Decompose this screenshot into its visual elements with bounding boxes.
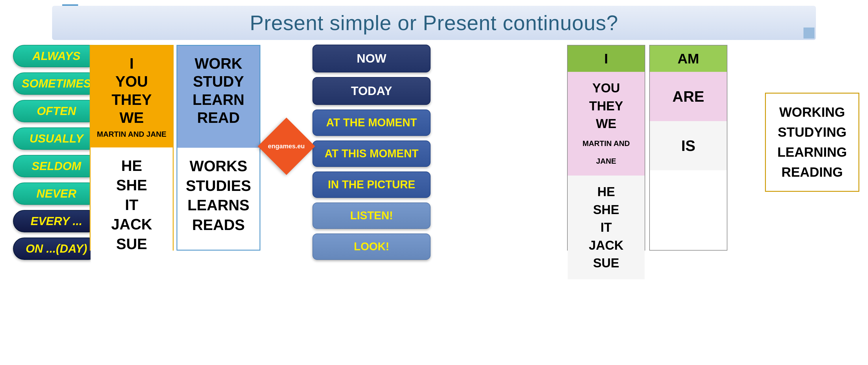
verb-forms-box: WORKINGSTUDYINGLEARNINGREADING (765, 93, 859, 192)
verb-box-bottom: WORKSSTUDIESLEARNSREADS (177, 148, 259, 250)
conj-header-i: I (568, 46, 645, 72)
btn-in-the-picture[interactable]: IN THE PICTURE (312, 171, 431, 198)
pronoun-box-bottom: HESHEITJACKSUE (91, 147, 173, 263)
sidebar-adverbs: ALWAYS SOMETIMES OFTEN USUALLY SELDOM NE… (13, 45, 100, 260)
btn-every[interactable]: EVERY ... (13, 210, 100, 232)
btn-look[interactable]: LOOK! (312, 233, 431, 260)
conj-table-right: AM ARE IS (649, 45, 727, 251)
bottom-pronouns: HESHEITJACKSUE (96, 156, 167, 254)
martin-jane-label: MARTIN AND JANE (96, 130, 167, 139)
btn-listen[interactable]: LISTEN! (312, 202, 431, 229)
conjugation-area: I YOUTHEYWEMARTIN AND JANE HESHEITJACKSU… (567, 45, 727, 251)
diamond-shape: engames.eu (258, 118, 315, 175)
conj-body-are: ARE (650, 72, 727, 121)
btn-today[interactable]: TODAY (312, 77, 431, 105)
btn-at-this-moment[interactable]: AT THIS MOMENT (312, 140, 431, 167)
pronoun-box: IYOUTHEYWE MARTIN AND JANE HESHEITJACKSU… (90, 45, 174, 251)
btn-often[interactable]: OFTEN (13, 100, 100, 122)
verb-forms-text: WORKINGSTUDYINGLEARNINGREADING (777, 102, 847, 182)
btn-at-the-moment[interactable]: AT THE MOMENT (312, 110, 431, 136)
btn-always[interactable]: ALWAYS (13, 45, 100, 67)
verb-box-top: WORKSTUDYLEARNREAD (177, 46, 259, 148)
verb-box: WORKSTUDYLEARNREAD WORKSSTUDIESLEARNSREA… (177, 45, 260, 251)
btn-sometimes[interactable]: SOMETIMES (13, 73, 100, 95)
btn-now[interactable]: NOW (312, 45, 431, 73)
conj-body-is: IS (650, 121, 727, 170)
conj-table-left: I YOUTHEYWEMARTIN AND JANE HESHEITJACKSU… (567, 45, 645, 251)
conj-header-am: AM (650, 46, 727, 72)
pronoun-box-top: IYOUTHEYWE MARTIN AND JANE (91, 46, 173, 147)
top-verbs: WORKSTUDYLEARNREAD (183, 54, 254, 127)
btn-seldom[interactable]: SELDOM (13, 155, 100, 177)
conj-body-you-they-we: YOUTHEYWEMARTIN AND JANE (568, 72, 645, 175)
btn-never[interactable]: NEVER (13, 182, 100, 205)
title-bar: Present simple or Present continuous? (52, 6, 816, 40)
btn-usually[interactable]: USUALLY (13, 128, 100, 150)
deco-square-right (804, 28, 814, 38)
page-title: Present simple or Present continuous? (250, 11, 618, 34)
engames-label: engames.eu (268, 142, 305, 150)
diamond-container: engames.eu (260, 45, 312, 248)
btn-on-day[interactable]: ON ...(DAY) (13, 237, 100, 260)
right-buttons-column: NOW TODAY AT THE MOMENT AT THIS MOMENT I… (312, 48, 431, 256)
top-pronouns: IYOUTHEYWE (96, 54, 167, 127)
bottom-verbs: WORKSSTUDIESLEARNSREADS (183, 157, 254, 235)
conj-body-he-she-it: HESHEITJACKSUE (568, 175, 645, 279)
